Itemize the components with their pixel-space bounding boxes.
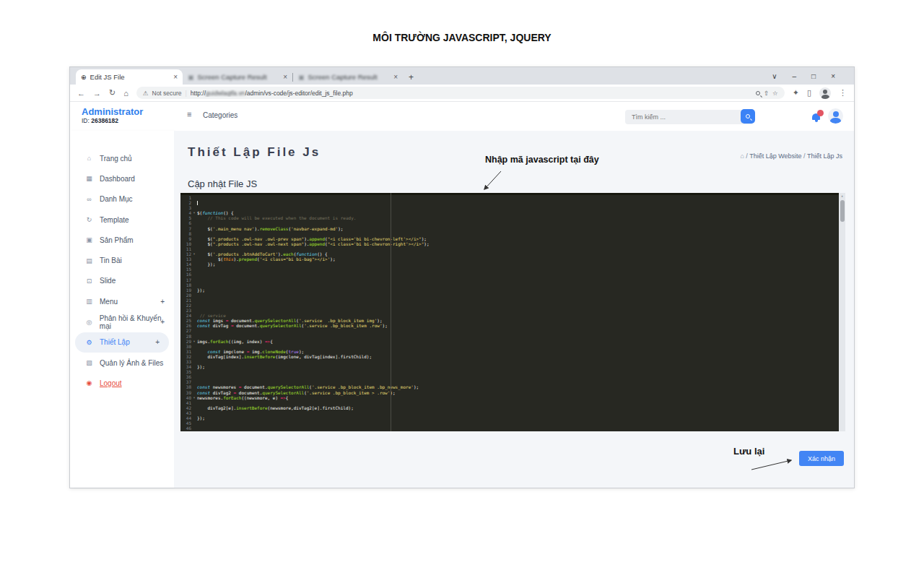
side-panel-icon[interactable]: ▯ [807, 88, 811, 98]
code-line: 4▾$(function() { [180, 210, 845, 215]
code-line: 24 // service [180, 313, 845, 318]
code-line: 6 [180, 220, 845, 225]
code-line: 29▾imgs.forEach((img, index) =>{ [180, 339, 845, 344]
slide-icon: ⊡ [84, 277, 94, 285]
expand-plus-icon[interactable]: + [160, 318, 165, 326]
sidebar-item-dashboard[interactable]: ▦Dashboard [70, 168, 174, 189]
code-lines: 1234▾$(function() {5 // This code will b… [180, 195, 845, 431]
breadcrumb: ⌂ / Thiết Lập Website / Thiết Lập Js [740, 152, 842, 160]
code-line: 21 [180, 298, 845, 303]
code-line: 3 [180, 205, 845, 210]
window-close-button[interactable]: × [831, 72, 835, 80]
sidebar-item-label: Thiết Lập [100, 338, 130, 346]
bookmark-star-icon[interactable]: ☆ [772, 90, 778, 97]
annotation-editor-note: Nhập mã javascript tại đây [485, 155, 599, 165]
back-icon[interactable]: ← [77, 89, 85, 98]
reload-icon[interactable]: ↻ [109, 88, 116, 98]
editor-column-ruler [391, 193, 391, 431]
admin-name: Administrator [82, 106, 143, 117]
code-line: 28 [180, 334, 845, 339]
sidebar-item-label: Slide [100, 277, 116, 285]
template-icon: ↻ [84, 216, 94, 223]
window-minimize-button[interactable]: – [793, 72, 797, 80]
code-line: 22 [180, 303, 845, 308]
annotation-save-note: Lưu lại [733, 446, 764, 457]
share-icon[interactable]: ⇧ [764, 90, 769, 97]
browser-tab-edit-js-file[interactable]: ⊕ Edit JS File × [76, 69, 183, 85]
sidebar-item-menu[interactable]: ▥Menu+ [70, 291, 174, 311]
editor-scrollbar[interactable]: ▴ [839, 193, 845, 431]
url-field[interactable]: ⚠ Not secure | http://guidwlaqtfa.vn/adm… [136, 87, 785, 99]
breadcrumb-link-thiet-lap-js[interactable]: Thiết Lập Js [807, 152, 842, 160]
menu-icon: ▥ [84, 298, 94, 305]
code-line: 44}); [180, 415, 845, 420]
code-line: 45 [180, 420, 845, 426]
tab-search-chevron-icon[interactable]: ∨ [772, 72, 777, 80]
sidebar-item-tin-bai[interactable]: ▤Tin Bài [70, 250, 174, 270]
media-icon: ▧ [84, 359, 94, 366]
search-icon [746, 114, 750, 118]
sidebar-item-template[interactable]: ↻Template [70, 210, 174, 230]
code-line: 20 [180, 293, 845, 298]
categories-icon: ∞ [84, 196, 94, 203]
sidebar-item-danh-muc[interactable]: ∞Danh Mục [70, 189, 174, 210]
confirm-button[interactable]: Xác nhận [799, 451, 844, 466]
sidebar-item-phan-hoi[interactable]: ◎Phản hồi & Khuyến mại+ [70, 311, 174, 332]
code-line: 10 $(".products .owl-nav .owl-next span"… [180, 241, 845, 246]
code-line: 1 [180, 195, 845, 200]
new-tab-button[interactable]: + [409, 72, 414, 82]
products-icon: ▣ [84, 236, 94, 243]
extensions-icon[interactable]: ✦ [793, 88, 799, 98]
tab-favicon-icon: ▣ [188, 74, 194, 81]
sidebar-item-slide[interactable]: ⊡Slide [70, 271, 174, 291]
forward-icon[interactable]: → [93, 89, 101, 98]
code-line: 19}); [180, 288, 845, 293]
sidebar-item-label: Template [100, 216, 129, 224]
sidebar-item-logout[interactable]: ◉Logout [70, 373, 174, 393]
scrollbar-up-icon[interactable]: ▴ [839, 193, 845, 199]
window-maximize-button[interactable]: □ [811, 72, 816, 80]
browser-tab-screen-capture-2[interactable]: ▣ Screen Capture Result × [293, 69, 403, 85]
sidebar-item-san-pham[interactable]: ▣Sản Phẩm [70, 230, 174, 250]
sidebar-item-trang-chu[interactable]: ⌂Trang chủ [70, 148, 174, 168]
hamburger-icon[interactable]: ≡ [187, 110, 191, 118]
tab-close-icon[interactable]: × [173, 73, 178, 81]
sidebar-item-label: Tin Bài [100, 256, 122, 264]
breadcrumb-link-thiet-lap-website[interactable]: Thiết Lập Website [749, 152, 801, 160]
tab-close-icon[interactable]: × [393, 73, 398, 81]
sidebar-item-label: Trang chủ [100, 155, 132, 163]
zoom-icon[interactable] [756, 91, 760, 95]
code-line: 8 [180, 231, 845, 236]
code-line: 18 [180, 282, 845, 288]
sidebar-item-quan-ly-anh-files[interactable]: ▧Quản lý Ảnh & Files [70, 353, 174, 373]
section-label: Cập nhật File JS [188, 178, 257, 189]
tab-close-icon[interactable]: × [283, 73, 287, 81]
browser-menu-icon[interactable]: ⋮ [839, 88, 847, 98]
admin-id: ID: 26386182 [82, 117, 118, 124]
sidebar-item-thiet-lap[interactable]: ⚙Thiết Lập+ [75, 332, 169, 353]
code-line: 42 divTag2[e].insertBefore(newsmore,divT… [180, 405, 845, 410]
breadcrumb-home-icon[interactable]: ⌂ [740, 152, 744, 160]
url-domain-redacted: guidwlaqtfa.vn [206, 90, 245, 97]
js-code-editor[interactable]: 1234▾$(function() {5 // This code will b… [180, 193, 845, 431]
gear-icon: ⚙ [84, 339, 94, 346]
search-input[interactable] [625, 110, 754, 124]
sidebar-item-label: Menu [100, 298, 118, 306]
home-icon[interactable]: ⌂ [123, 89, 128, 98]
search-button[interactable] [741, 109, 755, 124]
code-line: 11 [180, 246, 845, 251]
code-line: 23 [180, 308, 845, 313]
browser-profile-avatar[interactable] [819, 87, 831, 99]
code-line: 34}); [180, 364, 845, 369]
code-line: 30 [180, 344, 845, 349]
sidebar-item-label: Danh Mục [100, 195, 133, 203]
notification-bell-icon[interactable] [811, 110, 824, 123]
scrollbar-thumb[interactable] [840, 200, 845, 222]
nav-categories-label: Categories [203, 111, 237, 119]
expand-plus-icon[interactable]: + [160, 298, 165, 306]
user-avatar[interactable] [828, 108, 843, 124]
browser-tab-screen-capture-1[interactable]: ▣ Screen Capture Result × [183, 69, 292, 85]
expand-plus-icon[interactable]: + [155, 338, 160, 346]
code-line: 39const divTag2 = document.querySelector… [180, 390, 845, 395]
page-favicon-icon: ⊕ [81, 74, 87, 81]
